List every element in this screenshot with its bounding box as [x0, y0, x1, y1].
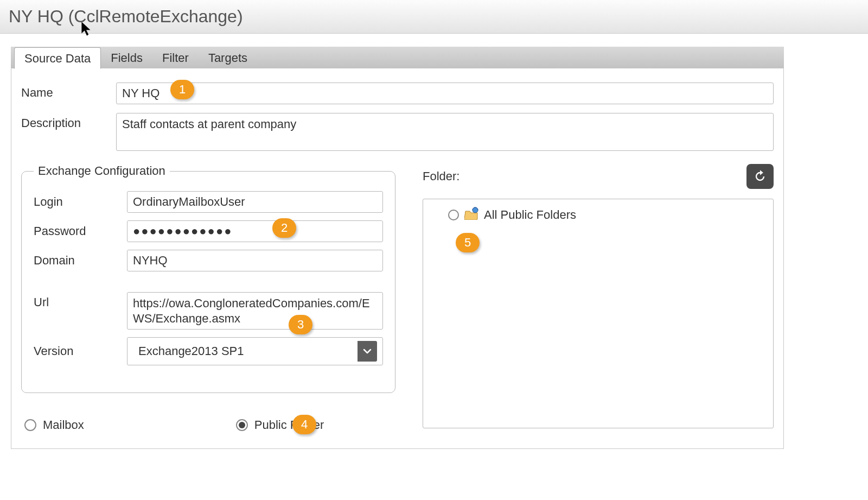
radio-mailbox[interactable]: Mailbox [24, 418, 84, 432]
radio-public-folder[interactable]: Public Folder [236, 418, 324, 432]
version-row: Version Exchange2013 SP1 [34, 337, 383, 365]
radio-mailbox-label: Mailbox [43, 418, 84, 432]
name-input[interactable] [116, 83, 774, 104]
source-data-panel: Name 1 Description Exchange Configuratio… [11, 68, 784, 449]
tree-root-label: All Public Folders [484, 208, 576, 222]
folder-type-radiogroup: Mailbox Public Folder 4 [21, 418, 395, 432]
login-row: Login [34, 191, 383, 213]
folder-column: Folder: [423, 164, 774, 432]
login-input[interactable] [127, 191, 383, 213]
domain-row: Domain [34, 250, 383, 271]
exchange-fieldset: Exchange Configuration Login Password 2 … [21, 164, 395, 393]
chevron-down-icon [358, 341, 377, 362]
tab-source-data[interactable]: Source Data [14, 47, 101, 69]
exchange-column: Exchange Configuration Login Password 2 … [21, 164, 395, 432]
url-row: Url https://owa.CongloneratedCompanies.c… [34, 292, 383, 330]
radio-public-folder-label: Public Folder [254, 418, 324, 432]
tab-targets[interactable]: Targets [199, 47, 257, 68]
name-label: Name [21, 83, 116, 100]
tab-label: Filter [162, 51, 189, 65]
radio-icon [236, 419, 248, 431]
tab-label: Fields [111, 51, 143, 65]
description-input[interactable] [116, 113, 774, 151]
url-input[interactable]: https://owa.CongloneratedCompanies.com/E… [127, 292, 383, 330]
tab-label: Targets [208, 51, 247, 65]
description-row: Description [21, 113, 774, 153]
tab-label: Source Data [24, 52, 91, 66]
version-label: Version [34, 344, 127, 358]
folder-tree[interactable]: All Public Folders 5 [423, 199, 774, 428]
description-label: Description [21, 113, 116, 130]
tab-filter[interactable]: Filter [152, 47, 199, 68]
login-label: Login [34, 195, 127, 209]
refresh-button[interactable] [746, 164, 774, 189]
version-select[interactable]: Exchange2013 SP1 [127, 337, 383, 365]
window-title: NY HQ (CclRemoteExchange) [9, 7, 243, 27]
password-input[interactable] [127, 220, 383, 242]
exchange-legend: Exchange Configuration [34, 164, 170, 178]
radio-icon [24, 419, 36, 431]
window-title-bar: NY HQ (CclRemoteExchange) [0, 0, 868, 34]
callout-5: 5 [456, 233, 480, 252]
url-label: Url [34, 292, 127, 309]
tab-fields[interactable]: Fields [101, 47, 152, 68]
folder-title: Folder: [423, 169, 459, 183]
public-folders-icon [464, 207, 478, 223]
domain-input[interactable] [127, 250, 383, 271]
password-label: Password [34, 224, 127, 238]
name-row: Name 1 [21, 83, 774, 104]
refresh-icon [752, 169, 768, 184]
content-area: Source Data Fields Filter Targets Name 1… [11, 47, 868, 449]
tree-root-item[interactable]: All Public Folders [431, 207, 765, 223]
domain-label: Domain [34, 254, 127, 268]
password-row: Password 2 [34, 220, 383, 242]
version-value: Exchange2013 SP1 [133, 341, 358, 362]
tab-strip: Source Data Fields Filter Targets [11, 47, 784, 68]
folder-header: Folder: [423, 164, 774, 189]
radio-icon [448, 210, 459, 220]
